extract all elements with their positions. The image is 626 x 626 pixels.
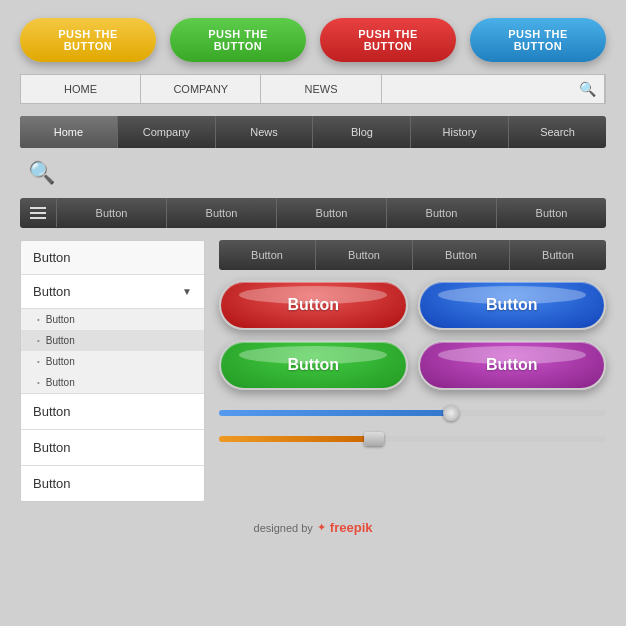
- hamburger-line-1: [30, 207, 46, 209]
- push-buttons-row: PUSH THE BUTTON PUSH THE BUTTON PUSH THE…: [20, 18, 606, 62]
- footer-text: designed by: [254, 522, 313, 534]
- list-panel-button-1[interactable]: Button: [21, 241, 204, 275]
- list-panel-dropdown[interactable]: Button ▼: [21, 275, 204, 309]
- dark-nav-search[interactable]: Search: [509, 116, 606, 148]
- sliders-area: [219, 400, 606, 452]
- search-icon-row: 🔍: [20, 160, 606, 186]
- list-sub-item-1[interactable]: Button: [21, 309, 204, 330]
- button-bar-row: Button Button Button Button Button: [20, 198, 606, 228]
- dark-tab-3[interactable]: Button: [413, 240, 510, 270]
- slider-blue-fill: [219, 410, 451, 416]
- slider-blue-thumb[interactable]: [443, 405, 459, 421]
- push-button-blue[interactable]: PUSH THE BUTTON: [470, 18, 606, 62]
- list-sub-item-3[interactable]: Button: [21, 351, 204, 372]
- list-sub-items: Button Button Button Button: [21, 309, 204, 394]
- dark-nav-company[interactable]: Company: [118, 116, 216, 148]
- search-input[interactable]: [382, 77, 571, 101]
- light-nav-bar: HOME COMPANY NEWS 🔍: [20, 74, 606, 104]
- search-icon-large[interactable]: 🔍: [28, 160, 55, 185]
- slider-orange-track[interactable]: [219, 436, 606, 442]
- btn-bar-item-5[interactable]: Button: [497, 198, 606, 228]
- btn-bar-item-3[interactable]: Button: [277, 198, 387, 228]
- push-button-green[interactable]: PUSH THE BUTTON: [170, 18, 306, 62]
- dropdown-label: Button: [33, 284, 71, 299]
- dark-tab-2[interactable]: Button: [316, 240, 413, 270]
- dark-tab-4[interactable]: Button: [510, 240, 606, 270]
- light-nav-news[interactable]: NEWS: [261, 75, 381, 103]
- list-plain-button-2[interactable]: Button: [21, 430, 204, 466]
- btn-bar-item-2[interactable]: Button: [167, 198, 277, 228]
- dark-nav-history[interactable]: History: [411, 116, 509, 148]
- list-sub-item-2[interactable]: Button: [21, 330, 204, 351]
- dark-nav-home[interactable]: Home: [20, 116, 118, 148]
- glossy-button-green[interactable]: Button: [219, 340, 408, 390]
- slider-blue-track[interactable]: [219, 410, 606, 416]
- list-sub-item-4[interactable]: Button: [21, 372, 204, 393]
- btn-bar-item-4[interactable]: Button: [387, 198, 497, 228]
- btn-bar-item-1[interactable]: Button: [57, 198, 167, 228]
- light-nav-search-area: 🔍: [382, 75, 605, 103]
- hamburger-line-2: [30, 212, 46, 214]
- light-nav-company[interactable]: COMPANY: [141, 75, 261, 103]
- glossy-button-purple[interactable]: Button: [418, 340, 607, 390]
- right-column: Button Button Button Button Button Butto…: [219, 240, 606, 452]
- slider-orange-fill: [219, 436, 374, 442]
- dark-nav-bar: Home Company News Blog History Search: [20, 116, 606, 148]
- list-panel: Button Button ▼ Button Button Button But…: [20, 240, 205, 502]
- glossy-row-2: Button Button: [219, 340, 606, 390]
- push-button-yellow[interactable]: PUSH THE BUTTON: [20, 18, 156, 62]
- freepik-logo: freepik: [330, 520, 373, 535]
- slider-orange-thumb[interactable]: [364, 432, 384, 446]
- dark-tab-1[interactable]: Button: [219, 240, 316, 270]
- search-icon[interactable]: 🔍: [571, 75, 604, 103]
- glossy-row-1: Button Button: [219, 280, 606, 330]
- freepik-icon: ✦: [317, 521, 326, 534]
- glossy-button-blue[interactable]: Button: [418, 280, 607, 330]
- footer: designed by ✦ freepik: [254, 520, 373, 535]
- dark-tab-row: Button Button Button Button: [219, 240, 606, 270]
- hamburger-line-3: [30, 217, 46, 219]
- hamburger-menu[interactable]: [20, 199, 57, 227]
- list-plain-button-3[interactable]: Button: [21, 466, 204, 501]
- bottom-section: Button Button ▼ Button Button Button But…: [20, 240, 606, 502]
- light-nav-home[interactable]: HOME: [21, 75, 141, 103]
- dark-nav-news[interactable]: News: [216, 116, 314, 148]
- list-plain-button-1[interactable]: Button: [21, 394, 204, 430]
- dropdown-arrow-icon: ▼: [182, 286, 192, 297]
- glossy-button-red[interactable]: Button: [219, 280, 408, 330]
- push-button-red[interactable]: PUSH THE BUTTON: [320, 18, 456, 62]
- dark-nav-blog[interactable]: Blog: [313, 116, 411, 148]
